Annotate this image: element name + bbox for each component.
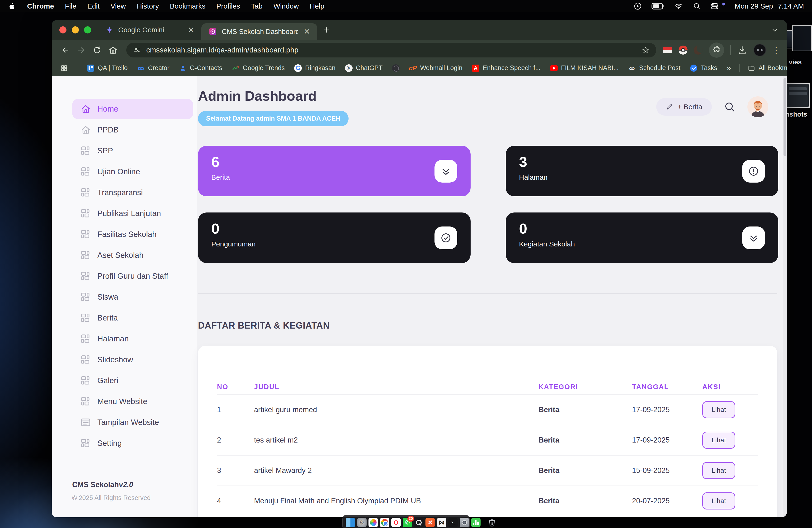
spotlight-search-icon[interactable] <box>693 2 701 10</box>
home-button[interactable] <box>106 43 120 57</box>
battery-icon[interactable] <box>652 2 665 10</box>
bookmark-tasks[interactable]: Tasks <box>690 64 717 72</box>
all-bookmarks-button[interactable]: All Bookmarks <box>748 64 787 72</box>
bookmark-schedule-post[interactable]: ∞Schedule Post <box>628 64 680 72</box>
sidebar-item-home[interactable]: Home <box>72 99 193 119</box>
extension-moon-icon[interactable] <box>694 46 703 55</box>
bookmark-chatgpt[interactable]: ✳ChatGPT <box>345 64 383 72</box>
menu-bar-date[interactable]: Mon 29 Sep <box>735 2 773 10</box>
sidebar-item-setting[interactable]: Setting <box>72 433 193 453</box>
apps-grid-icon[interactable] <box>60 64 68 72</box>
dock-image-capture-icon[interactable] <box>460 518 469 527</box>
menu-item-help[interactable]: Help <box>309 2 324 10</box>
bookmark-ringkasan[interactable]: GRingkasan <box>294 64 335 72</box>
sidebar-item-menu-website[interactable]: Menu Website <box>72 391 193 412</box>
dock-terminal-icon[interactable]: >_ <box>448 518 458 527</box>
dock-capcut-icon[interactable]: ⋈ <box>437 518 446 527</box>
bookmark-g-contacts[interactable]: G-Contacts <box>179 64 222 72</box>
dock-chrome-icon[interactable] <box>380 518 389 527</box>
sidebar-item-berita[interactable]: Berita <box>72 308 193 328</box>
menu-item-bookmarks[interactable]: Bookmarks <box>170 2 205 10</box>
lihat-button[interactable]: Lihat <box>702 431 735 449</box>
bookmark-star-icon[interactable] <box>641 46 650 55</box>
page-scrollbar[interactable] <box>783 76 787 517</box>
sidebar-item-tampilan-website[interactable]: Tampilan Website <box>72 412 193 432</box>
alert-circle-icon <box>748 165 759 177</box>
dock-finder-icon[interactable] <box>346 518 355 527</box>
sidebar-item-fasilitas-sekolah[interactable]: Fasilitas Sekolah <box>72 224 193 245</box>
minimize-window-button[interactable] <box>72 26 79 33</box>
dock-system-settings-icon[interactable]: ⚙ <box>357 518 366 527</box>
screen-play-icon[interactable] <box>634 2 642 11</box>
bookmark-creator[interactable]: ∞Creator <box>137 64 170 72</box>
sidebar-item-aset-sekolah[interactable]: Aset Sekolah <box>72 245 193 265</box>
close-window-button[interactable] <box>59 26 67 33</box>
close-tab-icon[interactable]: ✕ <box>187 25 195 34</box>
menu-item-tab[interactable]: Tab <box>251 2 262 10</box>
extensions-puzzle-icon[interactable] <box>709 43 724 58</box>
apple-menu-icon[interactable] <box>8 2 16 10</box>
downloads-icon[interactable] <box>737 45 748 55</box>
menu-item-window[interactable]: Window <box>274 2 299 10</box>
close-tab-icon[interactable]: ✕ <box>303 27 311 36</box>
tab-cms-sekolah-dashboard[interactable]: CMS Sekolah Dashboard ✕ <box>201 23 317 40</box>
bookmark-enhance-speech[interactable]: AEnhance Speech f... <box>472 64 540 72</box>
desktop-file-movies[interactable]: vies <box>784 24 812 66</box>
reload-button[interactable] <box>90 43 104 57</box>
zoom-window-button[interactable] <box>84 26 91 33</box>
desktop-file-screenshots[interactable]: nshots <box>785 83 810 118</box>
bookmark-webmail-login[interactable]: cPWebmail Login <box>409 64 462 72</box>
menu-app-name[interactable]: Chrome <box>27 2 54 10</box>
profile-avatar-icon[interactable] <box>754 44 766 56</box>
dock-rush-icon[interactable]: ✕ <box>425 518 435 527</box>
bookmarks-overflow-chevron[interactable]: » <box>727 64 731 72</box>
person-icon <box>179 64 187 72</box>
lihat-button[interactable]: Lihat <box>702 401 735 418</box>
address-bar[interactable]: cmssekolah.sigam.id/qa-admin/dashboard.p… <box>126 43 656 57</box>
url-text[interactable]: cmssekolah.sigam.id/qa-admin/dashboard.p… <box>146 46 636 54</box>
lihat-button[interactable]: Lihat <box>702 493 735 510</box>
sidebar-item-ppdb[interactable]: PPDB <box>72 120 193 140</box>
forward-button[interactable] <box>74 43 88 57</box>
dock-quicktime-icon[interactable] <box>414 518 423 527</box>
bookmark-qa-trello[interactable]: QA | Trello <box>87 64 128 72</box>
menu-item-history[interactable]: History <box>137 2 159 10</box>
add-berita-button[interactable]: + Berita <box>656 98 712 116</box>
bookmark-globe[interactable] <box>392 64 400 72</box>
site-settings-icon[interactable] <box>132 46 141 54</box>
dock-chart-app-icon[interactable] <box>471 518 481 527</box>
sidebar-item-slideshow[interactable]: Slideshow <box>72 350 193 370</box>
sidebar-item-siswa[interactable]: Siswa <box>72 287 193 307</box>
menu-item-edit[interactable]: Edit <box>87 2 100 10</box>
menu-bar-time[interactable]: 7.14 AM <box>778 2 804 10</box>
lihat-button[interactable]: Lihat <box>702 462 735 479</box>
sidebar-item-halaman[interactable]: Halaman <box>72 328 193 349</box>
tab-google-gemini[interactable]: Google Gemini ✕ <box>98 20 201 40</box>
menu-item-profiles[interactable]: Profiles <box>216 2 240 10</box>
sidebar-item-profil-guru-dan-staff[interactable]: Profil Guru dan Staff <box>72 266 193 286</box>
scrollbar-thumb[interactable] <box>783 78 786 156</box>
control-center-icon[interactable] <box>710 2 719 11</box>
sidebar-item-ujian-online[interactable]: Ujian Online <box>72 161 193 182</box>
user-avatar[interactable] <box>748 97 768 117</box>
new-tab-button[interactable]: + <box>323 24 330 36</box>
dock-photos-icon[interactable] <box>368 518 378 527</box>
chrome-menu-kebab-icon[interactable]: ⋮ <box>772 46 780 54</box>
sidebar-item-galeri[interactable]: Galeri <box>72 370 193 391</box>
search-icon[interactable] <box>724 101 736 113</box>
wifi-icon[interactable] <box>674 2 683 11</box>
sidebar-item-transparansi[interactable]: Transparansi <box>72 182 193 203</box>
extension-flag-icon[interactable] <box>663 47 672 54</box>
dock-trash-icon[interactable] <box>487 518 497 527</box>
menu-item-view[interactable]: View <box>111 2 126 10</box>
dock-opera-icon[interactable]: O <box>391 518 401 527</box>
bookmark-google-trends[interactable]: Google Trends <box>232 64 285 72</box>
bookmark-film-kisah-nabi[interactable]: FILM KISAH NABI... <box>550 64 619 72</box>
sidebar-item-publikasi-lanjutan[interactable]: Publikasi Lanjutan <box>72 203 193 224</box>
extension-pokeball-icon[interactable] <box>679 46 687 55</box>
menu-item-file[interactable]: File <box>65 2 76 10</box>
back-button[interactable] <box>58 43 72 57</box>
tab-search-chevron-icon[interactable] <box>769 25 780 35</box>
dock-whatsapp-icon[interactable]: ✆20 <box>403 518 412 527</box>
sidebar-item-spp[interactable]: SPP <box>72 141 193 161</box>
